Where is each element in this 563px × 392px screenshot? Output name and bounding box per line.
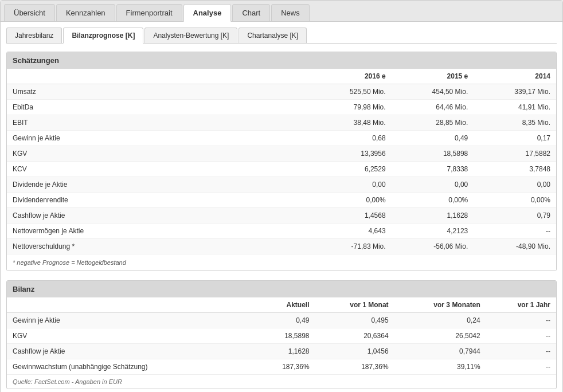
sub-tab-2[interactable]: Analysten-Bewertung [K] (144, 28, 237, 43)
schaetzungen-title: Schätzungen (7, 52, 556, 69)
row-val-1jahr: -- (486, 344, 556, 359)
schaetzungen-header-row: 2016 e 2015 e 2014 (7, 69, 556, 84)
schaetzungen-table: 2016 e 2015 e 2014 Umsatz525,50 Mio.454,… (7, 69, 556, 254)
table-row: EBIT38,48 Mio.28,85 Mio.8,35 Mio. (7, 115, 556, 131)
bilanz-col-label (7, 297, 254, 313)
row-val-1monat: 1,0456 (315, 344, 394, 359)
table-row: EbitDa79,98 Mio.64,46 Mio.41,91 Mio. (7, 100, 556, 115)
row-label: Gewinn je Aktie (7, 313, 254, 328)
table-row: Dividende je Aktie0,000,000,00 (7, 177, 556, 193)
row-label: EbitDa (7, 100, 309, 115)
row-val-col1: 0,00 (309, 177, 392, 193)
row-label: Gewinn je Aktie (7, 131, 309, 146)
col-2015-header: 2015 e (392, 69, 474, 84)
row-val-col3: 0,00% (474, 193, 556, 208)
top-tab-news[interactable]: News (271, 4, 310, 21)
row-label: Nettoverschuldung * (7, 239, 309, 254)
row-val-1jahr: -- (486, 359, 556, 375)
row-val-1monat: 20,6364 (315, 328, 394, 344)
row-label: KGV (7, 328, 254, 344)
col-2014-header: 2014 (474, 69, 556, 84)
row-label: Gewinnwachstum (unabhängige Schätzung) (7, 359, 254, 375)
top-tab--bersicht[interactable]: Übersicht (4, 4, 55, 21)
bilanz-tbody: Gewinn je Aktie0,490,4950,24--KGV18,5898… (7, 313, 556, 375)
bilanz-title: Bilanz (7, 281, 556, 297)
row-val-col3: 339,17 Mio. (474, 84, 556, 100)
row-label: Dividendenrendite (7, 193, 309, 208)
row-label: KCV (7, 162, 309, 177)
row-val-1jahr: -- (486, 313, 556, 328)
bilanz-header-row: Aktuell vor 1 Monat vor 3 Monaten vor 1 … (7, 297, 556, 313)
row-val-col1: -71,83 Mio. (309, 239, 392, 254)
row-val-col2: 0,49 (392, 131, 474, 146)
table-row: Nettoverschuldung *-71,83 Mio.-56,06 Mio… (7, 239, 556, 254)
row-val-col3: 17,5882 (474, 146, 556, 162)
table-row: Nettovermögen je Aktie4,6434,2123-- (7, 224, 556, 239)
top-tab-chart[interactable]: Chart (232, 4, 270, 21)
row-val-col1: 525,50 Mio. (309, 84, 392, 100)
schaetzungen-thead: 2016 e 2015 e 2014 (7, 69, 556, 84)
row-label: Dividende je Aktie (7, 177, 309, 193)
source-note: Quelle: FactSet.com - Angaben in EUR (7, 375, 556, 389)
table-row: Gewinn je Aktie0,680,490,17 (7, 131, 556, 146)
bilanz-col-1monat: vor 1 Monat (315, 297, 394, 313)
row-val-col2: 0,00 (392, 177, 474, 193)
row-val-aktuell: 18,5898 (254, 328, 315, 344)
top-tab-analyse[interactable]: Analyse (183, 4, 232, 22)
row-val-col2: 1,1628 (392, 208, 474, 224)
schaetzungen-tbody: Umsatz525,50 Mio.454,50 Mio.339,17 Mio.E… (7, 84, 556, 254)
schaetzungen-section: Schätzungen 2016 e 2015 e 2014 Umsatz525… (6, 52, 557, 271)
row-val-col3: 8,35 Mio. (474, 115, 556, 131)
row-val-col1: 38,48 Mio. (309, 115, 392, 131)
row-val-3monaten: 26,5042 (394, 328, 486, 344)
top-tab-kennzahlen[interactable]: Kennzahlen (56, 4, 115, 21)
row-val-aktuell: 0,49 (254, 313, 315, 328)
row-label: EBIT (7, 115, 309, 131)
row-val-col2: 7,8338 (392, 162, 474, 177)
row-val-col3: 3,7848 (474, 162, 556, 177)
top-tab-firmenportrait[interactable]: Firmenportrait (116, 4, 182, 21)
row-val-col3: -48,90 Mio. (474, 239, 556, 254)
main-container: ÜbersichtKennzahlenFirmenportraitAnalyse… (0, 0, 563, 392)
table-row: KGV18,589820,636426,5042-- (7, 328, 556, 344)
row-val-1jahr: -- (486, 328, 556, 344)
col-2016-header: 2016 e (309, 69, 392, 84)
row-val-col2: 18,5898 (392, 146, 474, 162)
table-row: Gewinn je Aktie0,490,4950,24-- (7, 313, 556, 328)
row-val-col2: 28,85 Mio. (392, 115, 474, 131)
bilanz-section: Bilanz Aktuell vor 1 Monat vor 3 Monaten… (6, 280, 557, 389)
row-val-3monaten: 0,24 (394, 313, 486, 328)
sub-tab-1[interactable]: Bilanzprognose [K] (63, 28, 143, 44)
sub-tab-3[interactable]: Chartanalyse [K] (239, 28, 307, 43)
row-val-col2: 0,00% (392, 193, 474, 208)
row-val-col1: 79,98 Mio. (309, 100, 392, 115)
bilanz-table: Aktuell vor 1 Monat vor 3 Monaten vor 1 … (7, 297, 556, 375)
row-label: Nettovermögen je Aktie (7, 224, 309, 239)
row-val-col3: 0,79 (474, 208, 556, 224)
row-val-3monaten: 0,7944 (394, 344, 486, 359)
bilanz-thead: Aktuell vor 1 Monat vor 3 Monaten vor 1 … (7, 297, 556, 313)
content-area: JahresbilanzBilanzprognose [K]Analysten-… (1, 22, 562, 392)
sub-tabs: JahresbilanzBilanzprognose [K]Analysten-… (6, 28, 557, 44)
schaetzungen-footnote: * negative Prognose = Nettogeldbestand (7, 254, 556, 271)
table-row: Cashflow je Aktie1,16281,04560,7944-- (7, 344, 556, 359)
bilanz-col-3monaten: vor 3 Monaten (394, 297, 486, 313)
table-row: KGV13,395618,589817,5882 (7, 146, 556, 162)
row-val-1monat: 187,36% (315, 359, 394, 375)
col-label-header (7, 69, 309, 84)
row-val-col3: -- (474, 224, 556, 239)
table-row: KCV6,25297,83383,7848 (7, 162, 556, 177)
row-val-aktuell: 187,36% (254, 359, 315, 375)
row-val-col3: 41,91 Mio. (474, 100, 556, 115)
top-tabs: ÜbersichtKennzahlenFirmenportraitAnalyse… (1, 1, 562, 22)
row-val-col3: 0,17 (474, 131, 556, 146)
row-val-col2: 454,50 Mio. (392, 84, 474, 100)
table-row: Cashflow je Aktie1,45681,16280,79 (7, 208, 556, 224)
sub-tab-0[interactable]: Jahresbilanz (6, 28, 62, 43)
row-val-3monaten: 39,11% (394, 359, 486, 375)
table-row: Gewinnwachstum (unabhängige Schätzung)18… (7, 359, 556, 375)
row-val-col1: 4,643 (309, 224, 392, 239)
row-label: Cashflow je Aktie (7, 344, 254, 359)
row-label: Cashflow je Aktie (7, 208, 309, 224)
row-val-1monat: 0,495 (315, 313, 394, 328)
